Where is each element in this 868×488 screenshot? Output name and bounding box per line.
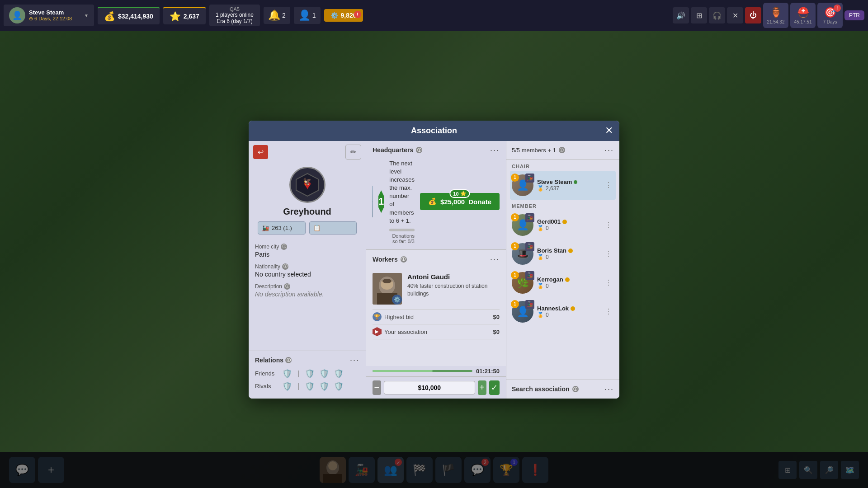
highest-bid-value: $0 bbox=[493, 314, 500, 320]
target-icon-btn[interactable]: ! 🎯 7 Days bbox=[817, 3, 843, 28]
boris-points: 🏅 0 bbox=[537, 254, 599, 260]
rivals-shield-2-icon: 🛡️ bbox=[305, 381, 315, 391]
assoc-bid-icon: ▶ bbox=[373, 327, 382, 336]
gold-stat[interactable]: ⚙️ 9,820 ! bbox=[324, 9, 363, 22]
close-button[interactable]: ✕ bbox=[605, 125, 613, 136]
rivals-shield-1-icon: 🛡️ bbox=[282, 381, 292, 391]
members-more-button[interactable]: ··· bbox=[604, 145, 614, 155]
hq-content: 1 The next level increases the max. numb… bbox=[366, 160, 506, 250]
members-header: 5/5 members + 1 ⓘ ··· bbox=[506, 141, 619, 160]
clipboard-button[interactable]: 📋 bbox=[309, 221, 357, 235]
helmet-timer: 45:17:51 bbox=[794, 19, 812, 24]
sound-icon-btn[interactable]: 🔊 bbox=[673, 7, 689, 23]
bid-icon: 🏆 bbox=[373, 312, 382, 321]
member-row-gerd[interactable]: 1 🚂 👤 Gerd001 🏅 0 bbox=[510, 211, 616, 239]
chair-name: Steve Steam bbox=[537, 178, 599, 185]
money-icon: 💰 bbox=[104, 11, 115, 22]
top-bar: 👤 Steve Steam ⊕ 6 Days, 22:12:08 ▼ 💰 $32… bbox=[0, 0, 868, 31]
confirm-button[interactable]: ✓ bbox=[489, 380, 500, 395]
gerd-points: 🏅 0 bbox=[537, 225, 599, 231]
search-section: Search association ⓘ ··· bbox=[506, 380, 619, 399]
worker-card: ⚙️ Antoni Gaudi 40% faster construction … bbox=[373, 268, 500, 310]
ptr-button[interactable]: PTR bbox=[844, 10, 864, 20]
potion-icon-btn[interactable]: 🏺 21:54:32 bbox=[763, 3, 788, 28]
members-title: 5/5 members + 1 ⓘ bbox=[512, 147, 565, 154]
workers-title: Workers ⓘ bbox=[373, 256, 407, 263]
points-icon: 🏅 bbox=[537, 312, 544, 318]
hq-description: The next level increases the max. number… bbox=[389, 160, 415, 225]
points-icon: 🏅 bbox=[537, 225, 544, 231]
edit-button[interactable]: ✏ bbox=[345, 145, 361, 160]
hq-more-button[interactable]: ··· bbox=[490, 145, 500, 155]
qa-stat: QA5 1 players online Era 6 (day 1/7) bbox=[209, 5, 260, 26]
top-bar-right: 🔊 ⊞ 🎧 ✕ ⏻ 🏺 21:54:32 ⛑️ 45:17:51 ! 🎯 7 D… bbox=[673, 3, 864, 28]
helmet-icon-btn[interactable]: ⛑️ 45:17:51 bbox=[790, 3, 816, 28]
relations-more-button[interactable]: ··· bbox=[350, 356, 359, 365]
yellow-dot-icon bbox=[568, 249, 573, 253]
hannes-menu-button[interactable]: ⋮ bbox=[603, 305, 614, 318]
points-icon: 🏅 bbox=[537, 283, 544, 289]
chair-avatar: 1 🚂 👤 bbox=[512, 174, 533, 196]
donate-input-row: − + ✓ bbox=[366, 376, 506, 399]
boris-train-badge: 🚂 bbox=[525, 242, 534, 251]
headset-icon-btn[interactable]: 🎧 bbox=[709, 7, 725, 23]
member-row-chair[interactable]: 1 🚂 👤 Steve Steam 🏅 2,637 bbox=[510, 171, 616, 200]
worker-desc: 40% faster construction of station build… bbox=[407, 282, 500, 298]
notify-stat[interactable]: 🔔 2 bbox=[264, 7, 290, 24]
boris-menu-button[interactable]: ⋮ bbox=[603, 248, 614, 260]
hannes-train-badge: 🚂 bbox=[525, 300, 534, 309]
friends-shield-1-icon: 🛡️ bbox=[282, 369, 292, 379]
assoc-detail-section: Home city ⓘ Paris Nationality ⓘ No count… bbox=[249, 238, 366, 351]
member-row-kerrogan[interactable]: 1 🚂 🌿 Kerrogan 🏅 0 bbox=[510, 268, 616, 297]
target-alert: ! bbox=[834, 5, 841, 12]
donate-button[interactable]: 10 ⭐ 💰 $25,000 Donate bbox=[420, 193, 500, 210]
separator-rivals: | bbox=[297, 382, 299, 390]
member-row-hannes[interactable]: 1 🚂 👤 HannesLok 🏅 0 bbox=[510, 297, 616, 326]
boris-level-badge: 1 bbox=[511, 242, 519, 250]
player-name-section: Steve Steam ⊕ 6 Days, 22:12:08 bbox=[29, 9, 80, 22]
assoc-logo: ♥ 🦅 bbox=[289, 167, 326, 203]
kerrogan-train-badge: 🚂 bbox=[525, 271, 534, 280]
dropdown-arrow-icon[interactable]: ▼ bbox=[84, 13, 89, 18]
trains-value: 263 (1.) bbox=[272, 225, 292, 231]
qa-label: QA5 bbox=[230, 6, 240, 12]
donate-amount-input[interactable] bbox=[384, 381, 475, 394]
svg-point-16 bbox=[382, 279, 392, 283]
hq-section: Headquarters ⓘ ··· bbox=[366, 141, 506, 250]
chair-role-label: CHAIR bbox=[510, 160, 616, 171]
leave-button[interactable]: ↩ bbox=[253, 145, 268, 159]
bell-icon: 🔔 bbox=[268, 9, 280, 21]
workers-more-button[interactable]: ··· bbox=[490, 254, 500, 264]
star-value: 2,637 bbox=[184, 13, 199, 20]
plus-button[interactable]: + bbox=[478, 380, 486, 395]
donate-points-badge: 10 ⭐ bbox=[449, 189, 470, 198]
members-list: CHAIR 1 🚂 👤 Steve Steam bbox=[506, 160, 619, 380]
gerd-menu-button[interactable]: ⋮ bbox=[603, 219, 614, 231]
hq-title: Headquarters ⓘ bbox=[373, 146, 422, 154]
member-row-boris[interactable]: 1 🚂 🎩 Boris Stan 🏅 0 bbox=[510, 239, 616, 268]
member-role-label: MEMBER bbox=[510, 200, 616, 211]
right-panel: 5/5 members + 1 ⓘ ··· CHAIR 1 🚂 👤 bbox=[506, 141, 619, 399]
minus-button[interactable]: − bbox=[373, 380, 381, 395]
friends-label: Friends bbox=[255, 370, 278, 377]
player-info[interactable]: 👤 Steve Steam ⊕ 6 Days, 22:12:08 ▼ bbox=[4, 5, 94, 26]
search-more-button[interactable]: ··· bbox=[604, 385, 614, 394]
kerrogan-name: Kerrogan bbox=[537, 276, 599, 283]
members-info-icon: ⓘ bbox=[559, 147, 565, 153]
kerrogan-menu-button[interactable]: ⋮ bbox=[603, 277, 614, 289]
power-icon-btn[interactable]: ⏻ bbox=[745, 7, 761, 23]
avatar: 👤 bbox=[9, 7, 25, 23]
hannes-points: 🏅 0 bbox=[537, 312, 599, 318]
trains-stat-button[interactable]: 🚂 263 (1.) bbox=[258, 221, 306, 235]
chair-menu-button[interactable]: ⋮ bbox=[603, 179, 614, 191]
rivals-shield-4-icon: 🛡️ bbox=[334, 381, 344, 391]
layout-icon-btn[interactable]: ⊞ bbox=[691, 7, 707, 23]
hq-info-section: The next level increases the max. number… bbox=[389, 160, 415, 244]
assoc-name: Greyhound bbox=[283, 206, 331, 217]
hq-image bbox=[373, 186, 373, 217]
hq-section-header: Headquarters ⓘ ··· bbox=[366, 141, 506, 160]
settings-icon-btn[interactable]: ✕ bbox=[727, 7, 743, 23]
friends-shield-4-icon: 🛡️ bbox=[334, 369, 344, 379]
timer-bar: 01:21:50 bbox=[366, 366, 506, 376]
gerd-train-badge: 🚂 bbox=[525, 213, 534, 222]
